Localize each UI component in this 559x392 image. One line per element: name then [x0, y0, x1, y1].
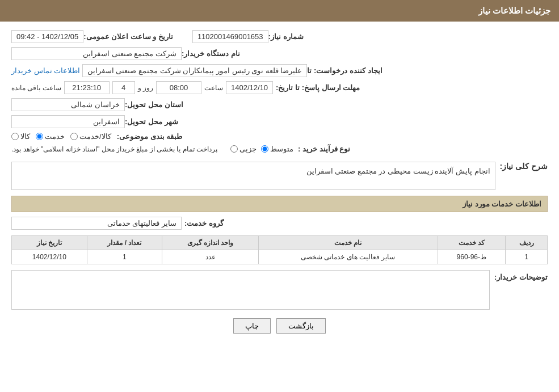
announce-label: تاریخ و ساعت اعلان عمومی: — [83, 32, 173, 41]
deadline-date: 1402/12/10 — [226, 81, 273, 94]
services-table: ردیف کد خدمت نام خدمت واحد اندازه گیری ت… — [11, 235, 548, 264]
col-unit: واحد اندازه گیری — [162, 236, 259, 250]
service-group-label: گروه خدمت: — [184, 219, 224, 227]
services-section-title: اطلاعات خدمات مورد نیاز — [11, 196, 548, 212]
col-service-code: کد خدمت — [438, 236, 505, 250]
buttons-row: بازگشت چاپ — [11, 318, 548, 334]
creator-value: علیرضا قلعه نوی رئیس امور پیمانکاران شرک… — [82, 64, 308, 77]
city-label: شهر محل تحویل: — [125, 117, 178, 126]
announce-value: 1402/12/05 - 09:42 — [11, 30, 83, 43]
page-wrapper: جزئیات اطلاعات نیاز شماره نیاز: 11020014… — [0, 0, 559, 392]
table-cell-4: 1 — [87, 250, 162, 264]
creator-label: ایجاد کننده درخواست: تا — [307, 66, 382, 75]
category-kala[interactable]: کالا — [11, 132, 30, 141]
province-row: استان محل تحویل: خراسان شمالی — [11, 98, 548, 111]
need-desc-label: شرح کلی نیاز: — [500, 159, 548, 171]
category-label: طبقه بندی موضوعی: — [117, 132, 183, 141]
purchase-type-motevaset-radio[interactable] — [261, 145, 268, 153]
buyer-org-value: شرکت مجتمع صنعتی اسفراین — [11, 47, 182, 60]
col-date: تاریخ نیاز — [12, 236, 87, 250]
buyer-org-row: نام دستگاه خریدار: شرکت مجتمع صنعتی اسفر… — [11, 47, 548, 60]
purchase-type-motevaset-label: متوسط — [270, 145, 293, 153]
deadline-remaining: 21:23:10 — [64, 81, 110, 94]
category-kala-khadmat[interactable]: کالا/خدمت — [70, 132, 111, 141]
category-kala-khadmat-radio[interactable] — [70, 133, 78, 140]
deadline-time: 08:00 — [156, 81, 201, 94]
city-row: شهر محل تحویل: اسفراین — [11, 115, 548, 128]
category-kala-label: کالا — [20, 132, 30, 141]
need-number-row: شماره نیاز: 1102001469001653 تاریخ و ساع… — [11, 30, 548, 43]
need-desc-value: انجام پایش آلاینده زیست محیطی در مجتمع ص… — [306, 167, 490, 175]
need-number-value: 1102001469001653 — [192, 30, 268, 43]
purchase-type-jozi[interactable]: جزیی — [230, 145, 257, 153]
col-quantity: تعداد / مقدار — [87, 236, 162, 250]
table-cell-2: سایر فعالیت های خدماتی شخصی — [259, 250, 438, 264]
purchase-type-motevaset[interactable]: متوسط — [261, 145, 293, 153]
category-kala-radio[interactable] — [11, 133, 19, 140]
deadline-days-label: روز و — [138, 84, 153, 92]
table-cell-5: 1402/12/10 — [12, 250, 87, 264]
col-service-name: نام خدمت — [259, 236, 438, 250]
category-row: طبقه بندی موضوعی: کالا/خدمت خدمت کالا — [11, 132, 548, 141]
col-row-num: ردیف — [506, 236, 548, 250]
back-button[interactable]: بازگشت — [276, 318, 326, 334]
province-label: استان محل تحویل: — [125, 100, 183, 109]
service-group-row: گروه خدمت: سایر فعالیتهای خدماتی — [11, 217, 548, 230]
deadline-row: مهلت ارسال پاسخ: تا تاریخ: 1402/12/10 سا… — [11, 81, 548, 94]
deadline-time-label: ساعت — [204, 84, 223, 92]
creator-row: ایجاد کننده درخواست: تا علیرضا قلعه نوی … — [11, 64, 548, 77]
city-value: اسفراین — [11, 115, 125, 128]
purchase-type-jozi-radio[interactable] — [230, 145, 238, 153]
category-khadmat-radio[interactable] — [36, 133, 43, 140]
table-cell-1: ط-96-960 — [438, 250, 505, 264]
service-group-value: سایر فعالیتهای خدماتی — [11, 217, 182, 230]
need-number-label: شماره نیاز: — [268, 32, 314, 41]
contact-link[interactable]: اطلاعات تماس خریدار — [11, 66, 80, 75]
buyer-notes-label: توضیحات خریدار: — [494, 270, 548, 281]
table-cell-0: 1 — [506, 250, 548, 264]
page-header: جزئیات اطلاعات نیاز — [0, 0, 559, 22]
table-cell-3: عدد — [162, 250, 259, 264]
deadline-label: مهلت ارسال پاسخ: تا تاریخ: — [276, 83, 360, 92]
need-desc-section: شرح کلی نیاز: انجام پایش آلاینده زیست مح… — [11, 159, 548, 190]
purchase-type-label: نوع فرآیند خرید : — [298, 145, 350, 153]
main-content: شماره نیاز: 1102001469001653 تاریخ و ساع… — [0, 22, 559, 351]
purchase-type-row: نوع فرآیند خرید : متوسط جزیی پرداخت تمام… — [11, 145, 548, 153]
page-title: جزئیات اطلاعات نیاز — [478, 6, 550, 15]
category-khadmat[interactable]: خدمت — [36, 132, 65, 141]
buyer-org-label: نام دستگاه خریدار: — [182, 49, 240, 58]
deadline-remaining-label: ساعت باقی مانده — [11, 84, 61, 92]
need-desc-box: انجام پایش آلاینده زیست محیطی در مجتمع ص… — [11, 162, 495, 190]
buyer-notes-section: توضیحات خریدار: — [11, 270, 548, 310]
purchase-note: پرداخت تمام یا بخشی از مبلغ خریداز محل "… — [11, 145, 217, 153]
category-khadmat-label: خدمت — [45, 132, 65, 141]
buyer-notes-box — [11, 270, 490, 310]
print-button[interactable]: چاپ — [233, 318, 271, 334]
table-row: 1ط-96-960سایر فعالیت های خدماتی شخصیعدد1… — [12, 250, 548, 264]
deadline-days: 4 — [112, 81, 135, 94]
province-value: خراسان شمالی — [11, 98, 125, 111]
purchase-type-jozi-label: جزیی — [239, 145, 257, 153]
category-kala-khadmat-label: کالا/خدمت — [79, 132, 111, 141]
